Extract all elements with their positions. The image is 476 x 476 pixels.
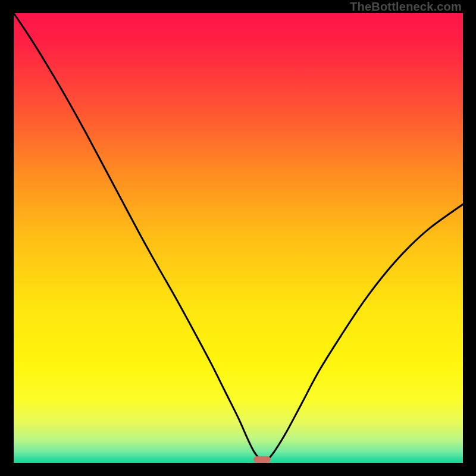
watermark-text: TheBottleneck.com	[350, 0, 462, 14]
chart-frame: TheBottleneck.com	[0, 0, 476, 476]
plot-area	[14, 13, 463, 463]
gradient-background	[14, 13, 463, 463]
plot-svg	[14, 13, 463, 463]
minimum-marker	[253, 456, 271, 463]
